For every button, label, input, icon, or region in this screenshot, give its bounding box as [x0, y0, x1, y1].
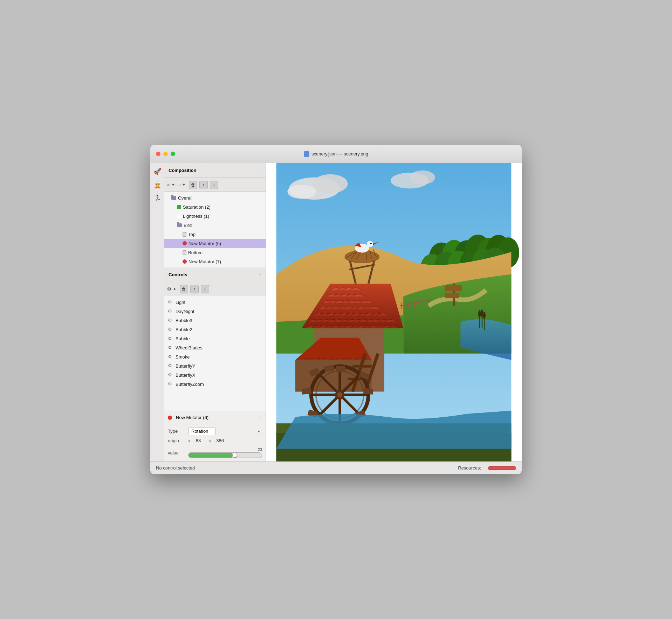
control-item-wheelblades[interactable]: ⚙ WheelBlades [164, 343, 266, 352]
titlebar: scenery.json — scenery.png [150, 145, 522, 163]
tree-item-new-mutator-7[interactable]: New Mutator (7) [164, 257, 266, 266]
svg-point-44 [337, 392, 343, 397]
gear-plus-btn[interactable]: + [173, 286, 176, 292]
add-circle-btn[interactable]: ○ [167, 182, 170, 187]
gear-icon-wheelblades: ⚙ [168, 345, 173, 350]
mutator-title-text: New Mutator (6) [176, 415, 208, 420]
tree-item-top-label: Top [188, 232, 196, 237]
tree-item-overall-label: Overall [178, 195, 192, 201]
sq-icon-saturation [177, 205, 181, 209]
type-field-row: Type Rotation Scale Position Color Opaci… [168, 427, 262, 435]
tree-item-bottom[interactable]: Bottom [164, 248, 266, 257]
origin-y-value[interactable]: -386 [214, 438, 225, 443]
value-container: value 23 [168, 447, 262, 458]
type-select[interactable]: Rotation Scale Position Color Opacity [188, 427, 216, 435]
svg-rect-46 [336, 366, 345, 372]
control-item-light[interactable]: ⚙ Light [164, 298, 266, 307]
file-icon-top [183, 232, 186, 237]
close-button[interactable] [156, 152, 160, 156]
rocket-tool[interactable]: 🚀 [152, 166, 163, 177]
add-circle-plus[interactable]: + [172, 182, 174, 187]
gear-icon-smoke: ⚙ [168, 354, 173, 360]
mutator-title-row: New Mutator (6) [168, 415, 208, 420]
control-item-butterflyy[interactable]: ⚙ ButterflyY [164, 361, 266, 370]
dot-icon-mutator-7 [183, 259, 187, 264]
main-window: scenery.json — scenery.png 🚀 🧝 🏃 Composi… [150, 145, 522, 474]
gear-icon-butterflyx: ⚙ [168, 372, 173, 378]
composition-toolbar: ○ + □ + 🗑 ↑ ↓ [164, 178, 266, 192]
control-label-wheelblades: WheelBlades [176, 345, 203, 350]
minimize-button[interactable] [163, 152, 168, 156]
value-row: value 23 [164, 446, 266, 461]
gear-icon-butterflyy: ⚙ [168, 363, 173, 369]
gear-icon-bubble: ⚙ [168, 336, 173, 341]
file-icon-bottom [183, 250, 186, 255]
left-toolbar: 🚀 🧝 🏃 [150, 163, 164, 461]
control-label-bubble2: Bubble2 [176, 327, 192, 332]
gear-icon-butterflyzoom: ⚙ [168, 381, 173, 387]
origin-x-value[interactable]: 88 [193, 438, 204, 443]
gear-icon-btn[interactable]: ⚙ [167, 286, 171, 292]
maximize-button[interactable] [171, 152, 175, 156]
controls-panel: Controls ↑ ⚙ + 🗑 ↑ ↓ ⚙ Light [164, 267, 266, 461]
status-text: No control selected [156, 465, 451, 471]
origin-y-label: y [209, 438, 211, 443]
origin-field-row: origin x 88 y -386 [168, 438, 262, 443]
slider-number-above: 23 [188, 447, 262, 452]
move-down-control-btn[interactable]: ↓ [201, 285, 209, 293]
control-item-bubble3[interactable]: ⚙ Bubble3 [164, 316, 266, 325]
tree-item-new-mutator-6[interactable]: New Mutator (6) [164, 239, 266, 248]
add-rect-btn[interactable]: □ [178, 182, 180, 187]
svg-rect-73 [445, 285, 462, 291]
control-item-daynight[interactable]: ⚙ DayNight [164, 307, 266, 316]
delete-composition-btn[interactable]: 🗑 [189, 181, 197, 189]
character-tool[interactable]: 🧝 [152, 179, 163, 190]
tree-item-overall[interactable]: Overall [164, 193, 266, 202]
tree-item-saturation-label: Saturation (2) [183, 204, 211, 210]
svg-rect-52 [301, 388, 311, 395]
svg-point-2 [313, 174, 348, 193]
controls-collapse[interactable]: ↑ [259, 272, 261, 278]
tree-item-saturation[interactable]: Saturation (2) [164, 202, 266, 211]
move-up-composition-btn[interactable]: ↑ [199, 181, 208, 189]
tree-item-bird[interactable]: Bird [164, 221, 266, 230]
control-item-butterflyzoom[interactable]: ⚙ ButterflyZoom [164, 380, 266, 389]
gear-icon-bubble2: ⚙ [168, 327, 173, 332]
control-item-bubble2[interactable]: ⚙ Bubble2 [164, 325, 266, 334]
svg-point-3 [287, 185, 316, 199]
resources-bar [488, 466, 516, 470]
move-up-control-btn[interactable]: ↑ [190, 285, 199, 293]
control-item-butterflyx[interactable]: ⚙ ButterflyX [164, 370, 266, 380]
composition-collapse[interactable]: ↑ [259, 168, 261, 173]
svg-rect-74 [445, 293, 459, 298]
mutator-collapse[interactable]: ↑ [260, 415, 262, 420]
delete-control-btn[interactable]: 🗑 [180, 285, 188, 293]
slider-thumb[interactable] [232, 453, 237, 458]
add-rect-plus[interactable]: + [183, 182, 185, 187]
control-item-smoke[interactable]: ⚙ Smoke [164, 352, 266, 361]
mutator-dot-icon [168, 416, 172, 420]
svg-point-24 [478, 310, 481, 318]
dot-icon-mutator-6 [183, 241, 187, 245]
window-title: scenery.json — scenery.png [304, 151, 368, 157]
tree-item-lightness[interactable]: Lightness (1) [164, 211, 266, 221]
tree-item-mutator-7-label: New Mutator (7) [188, 259, 221, 264]
tree-item-top[interactable]: Top [164, 230, 266, 239]
svg-point-66 [367, 241, 373, 247]
controls-list: ⚙ Light ⚙ DayNight ⚙ Bubble3 ⚙ Bubble2 [164, 296, 266, 411]
control-label-bubble: Bubble [176, 336, 190, 341]
control-label-daynight: DayNight [176, 309, 194, 314]
scene-canvas [266, 163, 522, 461]
bottom-bar: No control selected Resources: [150, 461, 522, 474]
animation-tool[interactable]: 🏃 [152, 193, 163, 204]
control-label-butterflyy: ButterflyY [176, 363, 195, 369]
value-label: value [168, 450, 185, 455]
control-label-butterflyzoom: ButterflyZoom [176, 382, 204, 387]
type-label: Type [168, 429, 185, 434]
move-down-composition-btn[interactable]: ↓ [210, 181, 218, 189]
tree-item-lightness-label: Lightness (1) [183, 214, 209, 219]
slider-track[interactable] [188, 452, 262, 458]
control-label-smoke: Smoke [176, 354, 190, 360]
control-item-bubble[interactable]: ⚙ Bubble [164, 334, 266, 343]
folder-icon-bird [177, 223, 182, 227]
